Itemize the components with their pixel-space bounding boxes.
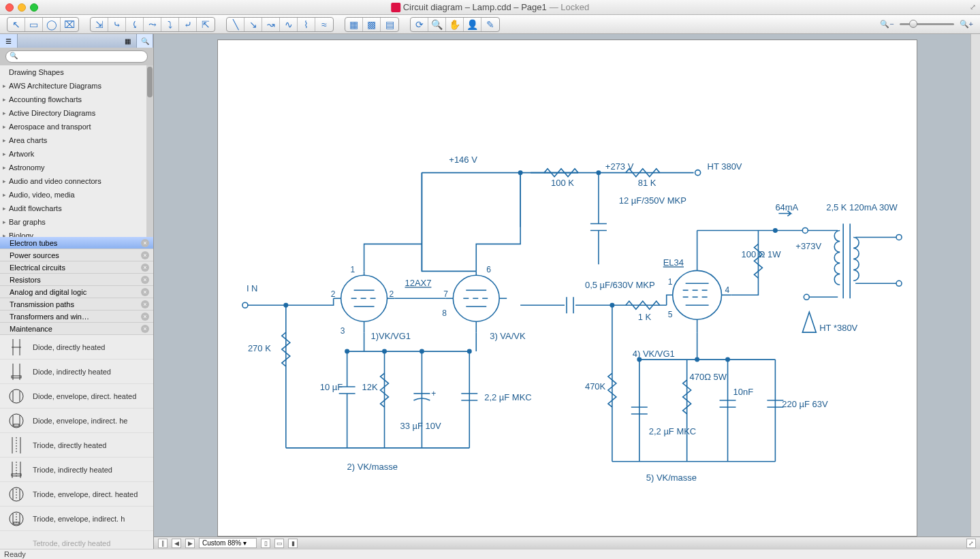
toolbar: ↖ ▭ ◯ ⌧ ⇲ ⤷ ⤹ ⤳ ⤵ ⤶ ⇱ ╲ ↘ ↝ ∿ ⌇ ≈ ▦ ▩ ▤ … — [0, 15, 980, 34]
line1-tool[interactable]: ╲ — [227, 18, 244, 31]
zoom-window-button[interactable] — [30, 3, 38, 12]
shape-label: Diode, indirectly heated — [33, 368, 111, 376]
filter-item[interactable]: Transmission paths× — [0, 298, 153, 310]
text-tool[interactable]: ⌧ — [61, 18, 78, 31]
zoom-tool[interactable]: 🔍 — [428, 18, 446, 31]
shape-label: Triode, envelope, indirect. h — [33, 515, 125, 523]
conn2-tool[interactable]: ⤷ — [108, 18, 126, 31]
triode-icon — [7, 461, 26, 479]
page-next-button[interactable]: ▶ — [185, 539, 195, 548]
filter-item[interactable]: Electron tubes× — [0, 237, 153, 249]
shape-item[interactable]: Triode, envelope, direct. heated — [0, 482, 153, 507]
library-tree-tab[interactable]: ☰ — [0, 34, 18, 48]
sidebar-item[interactable]: Audio and video connectors — [0, 174, 153, 188]
page-scroll-stop[interactable]: ‖ — [158, 539, 168, 548]
shape-item[interactable]: Diode, indirectly heated — [0, 360, 153, 384]
shape-item[interactable]: Tetrode, directly heated — [0, 531, 153, 549]
align-tool[interactable]: ▦ — [345, 18, 363, 31]
conn6-tool[interactable]: ⤶ — [179, 18, 197, 31]
line4-tool[interactable]: ∿ — [280, 18, 298, 31]
filter-item[interactable]: Transformers and win…× — [0, 310, 153, 323]
shape-item[interactable]: Diode, envelope, direct. heated — [0, 384, 153, 409]
sidebar-item[interactable]: Active Directory Diagrams — [0, 106, 153, 120]
remove-filter-icon[interactable]: × — [141, 239, 149, 247]
shape-item[interactable]: Triode, indirectly heated — [0, 458, 153, 482]
svg-text:4: 4 — [725, 285, 729, 295]
remove-filter-icon[interactable]: × — [141, 288, 149, 296]
library-categories[interactable]: Drawing Shapes AWS Architecture Diagrams… — [0, 65, 153, 237]
sidebar-item[interactable]: Area charts — [0, 133, 153, 147]
filter-item[interactable]: Maintenance× — [0, 323, 153, 335]
close-window-button[interactable] — [5, 3, 14, 12]
ellipse-tool[interactable]: ◯ — [43, 18, 61, 31]
remove-filter-icon[interactable]: × — [141, 325, 149, 333]
zoom-out-icon[interactable]: 🔍− — [880, 20, 894, 29]
sidebar-item[interactable]: AWS Architecture Diagrams — [0, 79, 153, 93]
sidebar-item[interactable]: Biology — [0, 229, 153, 237]
line2-tool[interactable]: ↘ — [244, 18, 262, 31]
remove-filter-icon[interactable]: × — [141, 251, 149, 259]
shape-item[interactable]: Diode, envelope, indirect. he — [0, 409, 153, 433]
view-mode-3[interactable]: ▮ — [288, 539, 298, 548]
group-tool[interactable]: ▩ — [363, 18, 381, 31]
svg-text:+373V: +373V — [795, 241, 821, 251]
remove-filter-icon[interactable]: × — [141, 276, 149, 284]
filter-item[interactable]: Electrical circuits× — [0, 261, 153, 274]
sidebar-item[interactable]: Drawing Shapes — [0, 65, 153, 79]
zoom-slider[interactable] — [900, 23, 954, 25]
conn3-tool[interactable]: ⤹ — [126, 18, 144, 31]
view-mode-2[interactable]: ▭ — [274, 539, 284, 548]
refresh-tool[interactable]: ⟳ — [411, 18, 428, 31]
filter-item[interactable]: Power sources× — [0, 249, 153, 261]
fullscreen-icon[interactable]: ⤢ — [970, 3, 976, 12]
conn4-tool[interactable]: ⤳ — [144, 18, 161, 31]
sidebar-item[interactable]: Accounting flowcharts — [0, 93, 153, 106]
conn7-tool[interactable]: ⇱ — [197, 18, 215, 31]
sidebar-item[interactable]: Audio, video, media — [0, 188, 153, 202]
remove-filter-icon[interactable]: × — [141, 313, 149, 321]
conn5-tool[interactable]: ⤵ — [161, 18, 179, 31]
svg-text:HT 380V: HT 380V — [707, 161, 742, 172]
remove-filter-icon[interactable]: × — [141, 300, 149, 308]
shape-item[interactable]: Triode, directly heated — [0, 433, 153, 458]
svg-point-91 — [802, 227, 808, 233]
shape-palette[interactable]: Diode, directly heated Diode, indirectly… — [0, 335, 153, 549]
line5-tool[interactable]: ⌇ — [298, 18, 315, 31]
sidebar-search-input[interactable] — [5, 50, 148, 63]
conn1-tool[interactable]: ⇲ — [91, 18, 108, 31]
hand-tool[interactable]: ✋ — [446, 18, 464, 31]
filter-item[interactable]: Analog and digital logic× — [0, 286, 153, 298]
vertical-scrollbar[interactable] — [970, 34, 980, 537]
expand-icon[interactable]: ⤢ — [966, 539, 976, 548]
sidebar-item[interactable]: Astronomy — [0, 161, 153, 174]
diode-icon — [7, 338, 26, 356]
library-search-tab[interactable]: 🔍 — [137, 34, 153, 48]
svg-text:1 K: 1 K — [637, 312, 651, 322]
categories-scrollbar[interactable] — [146, 65, 153, 237]
zoom-level-select[interactable]: Custom 88% ▾ — [199, 538, 257, 548]
rect-tool[interactable]: ▭ — [25, 18, 43, 31]
sidebar-item[interactable]: Audit flowcharts — [0, 202, 153, 215]
sidebar-item[interactable]: Aerospace and transport — [0, 120, 153, 133]
svg-point-95 — [804, 294, 809, 300]
zoom-in-icon[interactable]: 🔍+ — [960, 20, 973, 29]
pointer-tool[interactable]: ↖ — [7, 18, 25, 31]
shape-item[interactable]: Triode, envelope, indirect. h — [0, 507, 153, 531]
minimize-window-button[interactable] — [18, 3, 26, 12]
remove-filter-icon[interactable]: × — [141, 263, 149, 272]
page-prev-button[interactable]: ◀ — [172, 539, 181, 548]
user-tool[interactable]: 👤 — [464, 18, 481, 31]
filter-item[interactable]: Resistors× — [0, 274, 153, 286]
sidebar-item[interactable]: Artwork — [0, 147, 153, 161]
shape-item[interactable]: Diode, directly heated — [0, 335, 153, 360]
svg-point-36 — [695, 170, 700, 176]
page[interactable]: +146 V 100 K 12 µF/350V MKP +273 V — [217, 39, 917, 537]
line3-tool[interactable]: ↝ — [262, 18, 280, 31]
canvas-viewport[interactable]: +146 V 100 K 12 µF/350V MKP +273 V — [154, 34, 980, 537]
sidebar-item[interactable]: Bar graphs — [0, 215, 153, 229]
distribute-tool[interactable]: ▤ — [381, 18, 398, 31]
view-mode-1[interactable]: ▯ — [261, 539, 270, 548]
eyedrop-tool[interactable]: ✎ — [481, 18, 499, 31]
line6-tool[interactable]: ≈ — [315, 18, 333, 31]
library-grid-tab[interactable]: ▦ — [119, 34, 137, 48]
